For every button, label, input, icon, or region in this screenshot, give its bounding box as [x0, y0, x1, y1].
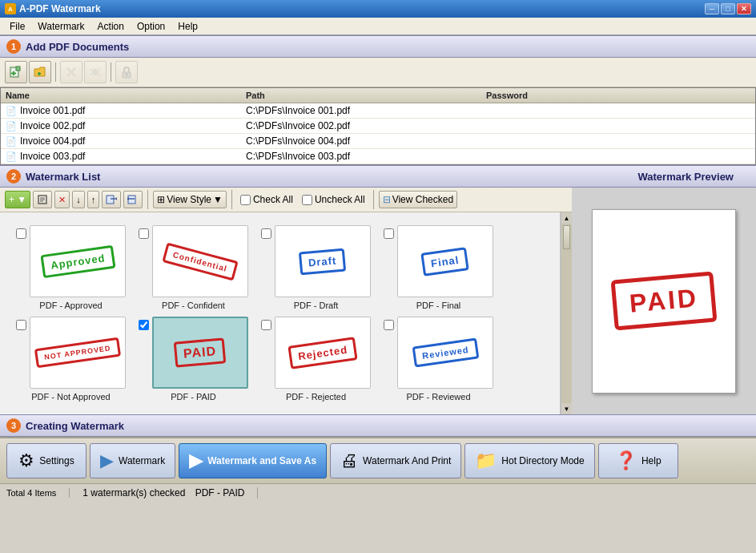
help-icon: ❓: [615, 450, 637, 471]
list-item[interactable]: Confidential PDF - Confident: [135, 225, 251, 310]
col-name: Name: [6, 91, 246, 100]
wm-check-confidential[interactable]: [139, 228, 149, 239]
section1-header: 1 Add PDF Documents: [0, 35, 756, 58]
svg-rect-18: [107, 196, 114, 204]
list-item[interactable]: NOT APPROVED PDF - Not Approved: [13, 317, 129, 402]
svg-rect-1: [16, 67, 20, 71]
wm-check-final[interactable]: [384, 228, 394, 239]
import-button[interactable]: [102, 191, 121, 208]
check-all-label[interactable]: Check All: [237, 194, 296, 205]
delete-watermark-button[interactable]: ✕: [54, 191, 70, 208]
scroll-down-button[interactable]: ▼: [561, 403, 572, 414]
col-password: Password: [486, 91, 606, 100]
menu-watermark[interactable]: Watermark: [31, 19, 90, 34]
wm-label-draft: PDF - Draft: [294, 301, 339, 310]
watermark-print-button[interactable]: 🖨 Watermark And Print: [330, 443, 461, 478]
wm-thumb-approved[interactable]: Approved: [30, 225, 126, 297]
table-row[interactable]: 📄Invoice 002.pdf C:\PDFs\Invoice 002.pdf: [1, 119, 755, 134]
pdf-toolbar: [0, 58, 756, 87]
list-item[interactable]: Rejected PDF - Rejected: [258, 317, 374, 402]
wm-thumb-rejected[interactable]: Rejected: [275, 317, 371, 389]
section2-header: 2 Watermark List Watermark Preview: [0, 165, 756, 188]
watermark-label: Watermark: [119, 455, 165, 466]
list-item[interactable]: Reviewed PDF - Reviewed: [380, 317, 497, 402]
add-watermark-button[interactable]: + ▼: [5, 191, 30, 208]
watermark-save-label: Watermark and Save As: [207, 455, 316, 466]
export-button[interactable]: [123, 191, 143, 208]
scroll-thumb[interactable]: [563, 225, 570, 249]
move-up-button[interactable]: ↑: [87, 191, 100, 208]
table-row[interactable]: 📄Invoice 001.pdf C:\PDFs\Invoice 001.pdf: [1, 103, 755, 119]
uncheck-all-label[interactable]: Uncheck All: [299, 194, 368, 205]
view-style-label: View Style: [167, 194, 211, 205]
remove-button[interactable]: [60, 61, 82, 83]
watermark-save-button[interactable]: ▶ Watermark and Save As: [179, 443, 327, 478]
watermark-grid: Approved PDF - Approved Confidential: [0, 212, 561, 414]
section3-header: 3 Creating Watermark: [0, 414, 756, 437]
add-file-button[interactable]: [5, 61, 27, 83]
wm-thumb-reviewed[interactable]: Reviewed: [397, 317, 493, 389]
table-row[interactable]: 📄Invoice 003.pdf C:\PDFs\Invoice 003.pdf: [1, 149, 755, 164]
wm-check-rejected[interactable]: [261, 320, 271, 330]
move-down-button[interactable]: ↓: [72, 191, 85, 208]
settings-button[interactable]: ⚙ Settings: [6, 443, 86, 478]
menu-bar: File Watermark Action Option Help: [0, 18, 756, 35]
watermark-icon: ▶: [100, 450, 114, 471]
pdf-icon: 📄: [6, 151, 17, 162]
table-row[interactable]: 📄Invoice 004.pdf C:\PDFs\Invoice 004.pdf: [1, 134, 755, 149]
wm-check-not-approved[interactable]: [16, 320, 26, 330]
wm-check-draft[interactable]: [261, 228, 271, 239]
preview-stamp: PAID: [610, 272, 717, 331]
toolbar-sep2: [111, 63, 111, 82]
wm-thumb-confidential[interactable]: Confidential: [152, 225, 248, 297]
wm-label-final: PDF - Final: [416, 301, 461, 310]
view-style-button[interactable]: ⊞ View Style ▼: [153, 191, 227, 208]
preview-area: PAID: [572, 188, 756, 414]
file-list: Name Path Password 📄Invoice 001.pdf C:\P…: [0, 87, 756, 165]
wm-label-reviewed: PDF - Reviewed: [406, 392, 470, 402]
minimize-button[interactable]: ─: [705, 3, 719, 14]
title-bar: A A-PDF Watermark ─ □ ✕: [0, 0, 756, 18]
toolbar-sep1: [55, 63, 56, 82]
menu-option[interactable]: Option: [131, 19, 171, 34]
password-button[interactable]: [115, 61, 138, 83]
scroll-track[interactable]: [561, 224, 572, 403]
hot-directory-button[interactable]: 📁 Hot Directory Mode: [464, 443, 594, 478]
menu-action[interactable]: Action: [91, 19, 131, 34]
list-item[interactable]: Final PDF - Final: [380, 225, 497, 310]
wm-label-rejected: PDF - Rejected: [286, 392, 346, 402]
view-checked-button[interactable]: ⊟ View Checked: [379, 191, 458, 208]
maximize-button[interactable]: □: [721, 3, 735, 14]
wm-sep3: [373, 190, 374, 209]
status-bar: Total 4 Items 1 watermark(s) checked PDF…: [0, 483, 756, 501]
wm-label-approved: PDF - Approved: [39, 301, 102, 310]
remove-all-button[interactable]: [84, 61, 107, 83]
close-button[interactable]: ✕: [737, 3, 751, 14]
wm-thumb-final[interactable]: Final: [397, 225, 493, 297]
watermark-button[interactable]: ▶ Watermark: [90, 443, 175, 478]
check-all-checkbox[interactable]: [240, 195, 251, 205]
wm-check-reviewed[interactable]: [384, 320, 394, 330]
scroll-up-button[interactable]: ▲: [561, 212, 572, 224]
list-item[interactable]: Approved PDF - Approved: [13, 225, 129, 310]
list-item[interactable]: Draft PDF - Draft: [258, 225, 374, 310]
file-name-cell: 📄Invoice 004.pdf: [6, 135, 246, 147]
wm-label-confidential: PDF - Confident: [162, 301, 225, 310]
wm-thumb-paid[interactable]: PAID: [152, 317, 248, 389]
wm-thumb-not-approved[interactable]: NOT APPROVED: [30, 317, 126, 389]
wm-check-approved[interactable]: [16, 228, 26, 239]
help-button[interactable]: ❓ Help: [598, 443, 678, 478]
list-item[interactable]: PAID PDF - PAID: [135, 317, 251, 402]
add-folder-button[interactable]: [29, 61, 51, 83]
app-title: A-PDF Watermark: [19, 3, 101, 14]
menu-file[interactable]: File: [3, 19, 31, 34]
menu-help[interactable]: Help: [171, 19, 204, 34]
wm-label-paid: PDF - PAID: [171, 392, 216, 402]
edit-watermark-button[interactable]: [33, 191, 52, 208]
wm-check-paid[interactable]: [139, 320, 149, 330]
scrollbar[interactable]: ▲ ▼: [561, 212, 572, 414]
col-extra: [606, 91, 750, 100]
uncheck-all-checkbox[interactable]: [302, 195, 312, 205]
wm-thumb-draft[interactable]: Draft: [275, 225, 371, 297]
section2-number: 2: [6, 169, 21, 184]
